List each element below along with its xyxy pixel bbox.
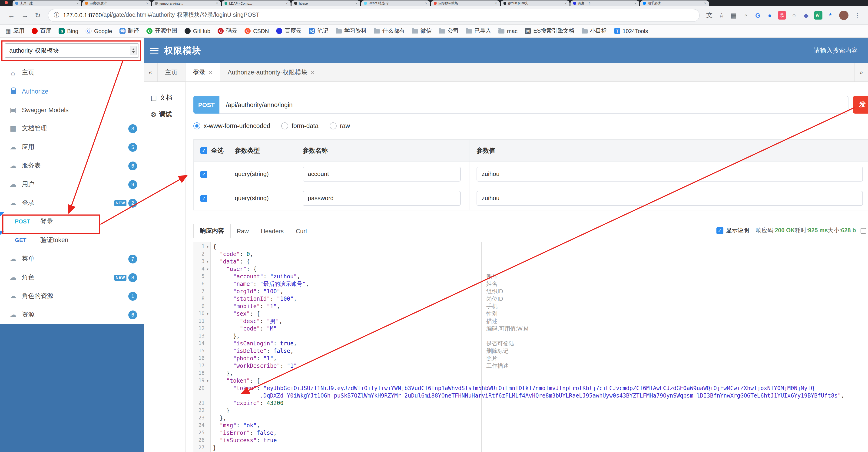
browser-tab[interactable]: 主页 - 建...× bbox=[12, 0, 81, 6]
back-button[interactable]: ← bbox=[8, 11, 15, 19]
sidebar-subitem-get-verify-token[interactable]: GET验证token bbox=[0, 231, 144, 250]
expand-icon[interactable] bbox=[861, 228, 866, 233]
param-value-input[interactable] bbox=[476, 191, 863, 205]
search-placeholder[interactable]: 请输入搜索内容 bbox=[814, 46, 858, 55]
tab-close-icon[interactable]: × bbox=[76, 1, 79, 5]
forward-button[interactable]: → bbox=[21, 11, 28, 19]
response-body-viewer[interactable]: 账号姓名组织ID岗位ID手机性别描述编码,可用值:W,M是否可登陆删除标记照片工… bbox=[193, 242, 868, 452]
tab-close-icon[interactable]: × bbox=[286, 1, 288, 5]
bookmark-item[interactable]: ▦应用 bbox=[6, 27, 24, 35]
bookmark-item[interactable]: bBing bbox=[59, 28, 78, 34]
body-type-radio[interactable]: form-data bbox=[281, 122, 319, 129]
bookmark-item[interactable]: mac bbox=[499, 28, 518, 34]
request-url-input[interactable]: /api/authority/anno/login bbox=[219, 96, 848, 114]
fold-icon[interactable]: ▾ bbox=[205, 243, 211, 250]
sidebar-item-doc-manage[interactable]: ▤文档管理3 bbox=[0, 119, 144, 138]
tab-close-icon[interactable]: × bbox=[209, 69, 212, 76]
blue-dot-extension-icon[interactable]: ● bbox=[766, 11, 774, 19]
bookmark-item[interactable]: 公司 bbox=[439, 27, 459, 35]
param-checkbox[interactable] bbox=[200, 195, 207, 202]
menu-toggle-icon[interactable] bbox=[150, 48, 158, 53]
sidebar-subitem-post-login[interactable]: POST登录 bbox=[0, 212, 144, 231]
browser-tab[interactable]: 知乎热榜× bbox=[640, 0, 709, 6]
sidebar-item-user[interactable]: ☁用户9 bbox=[0, 175, 144, 194]
content-tab[interactable]: 登录× bbox=[186, 63, 220, 82]
bookmark-item[interactable]: 小目标 bbox=[582, 27, 607, 35]
sidebar-item-app[interactable]: ☁应用5 bbox=[0, 138, 144, 157]
content-tab[interactable]: 主页 bbox=[158, 63, 186, 82]
param-checkbox[interactable] bbox=[200, 171, 207, 177]
tab-close-icon[interactable]: × bbox=[704, 1, 706, 5]
fold-icon[interactable]: ▾ bbox=[205, 265, 211, 273]
window-close-button[interactable] bbox=[5, 1, 8, 4]
tabs-scroll-left-icon[interactable]: « bbox=[144, 63, 158, 82]
fold-icon[interactable]: ▾ bbox=[205, 258, 211, 265]
doc-nav-doc[interactable]: ▤文档 bbox=[144, 89, 186, 106]
bookmark-item[interactable]: C开源中国 bbox=[147, 27, 177, 35]
profile-avatar[interactable] bbox=[839, 10, 848, 20]
bookmark-item[interactable]: 译翻译 bbox=[120, 27, 139, 35]
bookmark-item[interactable]: T1024Tools bbox=[614, 28, 648, 34]
tabs-scroll-right-icon[interactable]: » bbox=[854, 63, 868, 82]
param-name-input[interactable] bbox=[303, 166, 461, 181]
extension-clock-icon[interactable]: ◔ bbox=[742, 11, 750, 19]
bookmark-item[interactable]: GGoogle bbox=[86, 28, 112, 34]
select-all-checkbox[interactable] bbox=[200, 147, 207, 154]
zhan-extension-icon[interactable]: 站 bbox=[814, 11, 823, 19]
show-desc-checkbox[interactable] bbox=[716, 227, 723, 234]
param-name-input[interactable] bbox=[303, 191, 461, 205]
browser-tab[interactable]: 温度/温度计...× bbox=[82, 0, 151, 6]
api-group-select[interactable]: authority-权限模块 bbox=[5, 43, 139, 58]
browser-tab[interactable]: React 精选·专...× bbox=[361, 0, 430, 6]
shield-extension-icon[interactable]: ◆ bbox=[802, 11, 810, 19]
response-tab[interactable]: Curl bbox=[290, 224, 313, 238]
sidebar-item-login[interactable]: ☁登录NEW2 bbox=[0, 194, 144, 212]
doc-nav-debug[interactable]: ⚙调试 bbox=[144, 106, 186, 123]
bookmark-item[interactable]: G码云 bbox=[218, 27, 237, 35]
translate-icon[interactable]: 文 bbox=[705, 11, 714, 19]
param-value-input[interactable] bbox=[476, 166, 863, 181]
address-bar[interactable]: ⓘ 127.0.0.1:8760/api/gate/doc.html#/auth… bbox=[48, 9, 700, 22]
bookmark-item[interactable]: GitHub bbox=[185, 28, 210, 34]
bookmark-item[interactable]: 已导入 bbox=[466, 27, 491, 35]
page-info-icon[interactable]: ⓘ bbox=[54, 11, 59, 19]
sidebar-item-menu[interactable]: ☁菜单7 bbox=[0, 250, 144, 268]
response-tab[interactable]: 响应内容 bbox=[193, 224, 230, 238]
content-tab[interactable]: Authorize-authority-权限模块× bbox=[220, 63, 322, 82]
body-type-radio[interactable]: x-www-form-urlencoded bbox=[193, 122, 270, 129]
tab-close-icon[interactable]: × bbox=[146, 1, 148, 5]
tab-close-icon[interactable]: × bbox=[355, 1, 358, 5]
tab-close-icon[interactable]: × bbox=[634, 1, 637, 5]
bookmark-item[interactable]: 记笔记 bbox=[309, 27, 329, 35]
tab-close-icon[interactable]: × bbox=[216, 1, 218, 5]
fold-icon[interactable]: ▾ bbox=[205, 310, 211, 317]
circle-extension-icon[interactable]: ○ bbox=[790, 11, 798, 19]
sidebar-item-role[interactable]: ☁角色NEW8 bbox=[0, 268, 144, 287]
sidebar-item-home[interactable]: ⌂主页 bbox=[0, 63, 144, 82]
bookmark-item[interactable]: 百度 bbox=[32, 27, 51, 35]
reload-button[interactable]: ↻ bbox=[35, 11, 41, 19]
browser-menu-icon[interactable]: ⋮ bbox=[853, 11, 862, 19]
browser-tab[interactable]: github push失...× bbox=[501, 0, 569, 6]
bookmark-item[interactable]: CCSDN bbox=[245, 28, 269, 34]
browser-tab[interactable]: temporary-inte...× bbox=[152, 0, 221, 6]
pinwheel-extension-icon[interactable]: * bbox=[826, 11, 835, 19]
tab-close-icon[interactable]: × bbox=[565, 1, 567, 5]
bookmark-item[interactable]: 什么都有 bbox=[374, 27, 405, 35]
bookmark-item[interactable]: 微信 bbox=[412, 27, 432, 35]
sidebar-item-authorize[interactable]: Authorize bbox=[0, 82, 144, 101]
response-tab[interactable]: Headers bbox=[255, 224, 290, 238]
response-tab[interactable]: Raw bbox=[230, 224, 255, 238]
bookmark-star-icon[interactable]: ☆ bbox=[717, 11, 726, 19]
sidebar-item-service-table[interactable]: ☁服务表6 bbox=[0, 157, 144, 175]
tab-close-icon[interactable]: × bbox=[425, 1, 427, 5]
tab-close-icon[interactable]: × bbox=[311, 69, 314, 76]
bookmark-item[interactable]: MES搜索引擎文档 bbox=[525, 27, 574, 35]
fold-icon[interactable]: ▾ bbox=[205, 377, 211, 385]
browser-tab[interactable]: 国际数码城场...× bbox=[431, 0, 500, 6]
send-button[interactable]: 发 bbox=[853, 96, 868, 114]
bookmark-item[interactable]: 学习资料 bbox=[336, 27, 367, 35]
sidebar-item-role-resource[interactable]: ☁角色的资源1 bbox=[0, 287, 144, 305]
google-extension-icon[interactable]: G bbox=[754, 11, 762, 19]
tab-close-icon[interactable]: × bbox=[495, 1, 497, 5]
